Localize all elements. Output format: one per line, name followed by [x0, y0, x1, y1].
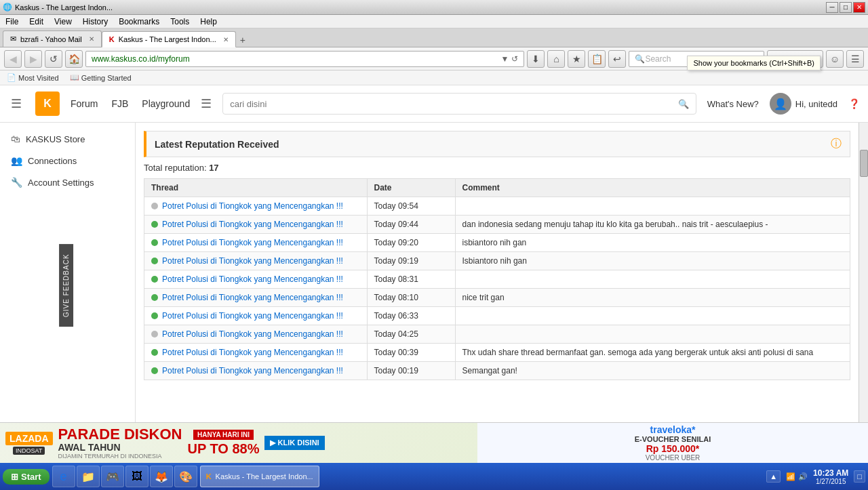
tab-kaskus[interactable]: K Kaskus - The Largest Indon... ✕ [102, 31, 236, 47]
lazada-logo[interactable]: LAZADA [5, 432, 53, 445]
menu-history[interactable]: History [80, 16, 111, 27]
taskbar-clock-area[interactable]: 10:23 AM 1/27/2015 [813, 468, 848, 485]
nav-link-playground[interactable]: Playground [142, 96, 190, 112]
nav-more-button[interactable]: ☰ [201, 96, 212, 111]
connections-icon: 👥 [11, 155, 22, 166]
taskbar-ie-icon[interactable]: e [52, 466, 75, 487]
tab-label-kaskus: Kaskus - The Largest Indon... [119, 35, 216, 43]
menu-button[interactable]: ☰ [846, 50, 864, 68]
new-tab-button[interactable]: + [236, 33, 250, 47]
sidebar-item-account-settings[interactable]: 🔧 Account Settings [0, 171, 135, 193]
taskbar-apps: e 📁 🎮 🖼 🦊 🎨 [52, 466, 197, 487]
thread-link[interactable]: Potret Polusi di Tiongkok yang Mencengan… [162, 366, 343, 375]
kaskus-logo[interactable]: K [35, 91, 60, 116]
taskbar-notifications[interactable]: ▲ [766, 470, 781, 483]
home-button[interactable]: 🏠 [65, 50, 83, 68]
nav-link-fjb[interactable]: FJB [111, 96, 128, 112]
cell-thread: Potret Polusi di Tiongkok yang Mencengan… [144, 252, 368, 270]
rep-dot [151, 331, 158, 338]
thread-link[interactable]: Potret Polusi di Tiongkok yang Mencengan… [162, 348, 343, 357]
ad-klik-button[interactable]: ▶ KLIK DISINI [264, 436, 324, 450]
bookmark-label-2: Getting Started [81, 74, 132, 82]
reload-button[interactable]: ↺ [45, 50, 62, 68]
minimize-button[interactable]: ─ [826, 2, 838, 13]
section-title: Latest Reputation Received [155, 139, 279, 150]
section-info-icon[interactable]: ⓘ [831, 137, 842, 151]
thread-link[interactable]: Potret Polusi di Tiongkok yang Mencengan… [162, 201, 343, 211]
maximize-button[interactable]: □ [840, 2, 852, 13]
tab-favicon-yahoo: ✉ [10, 35, 16, 43]
table-row: Potret Polusi di Tiongkok yang Mencengan… [144, 307, 850, 325]
hamburger-button[interactable]: ☰ [8, 94, 24, 114]
cell-comment [455, 325, 850, 344]
nav-link-forum[interactable]: Forum [71, 96, 98, 112]
user-profile[interactable]: 👤 Hi, unitedd [770, 93, 837, 115]
traveloka-logo[interactable]: traveloka* [650, 424, 696, 435]
thread-link[interactable]: Potret Polusi di Tiongkok yang Mencengan… [162, 274, 343, 284]
rep-dot [151, 294, 158, 301]
thread-link[interactable]: Potret Polusi di Tiongkok yang Mencengan… [162, 238, 343, 247]
whats-new-link[interactable]: What's New? [707, 99, 759, 109]
start-button[interactable]: ⊞ Start [3, 469, 50, 485]
start-label: Start [21, 472, 41, 482]
forward-button[interactable]: ▶ [24, 50, 42, 68]
taskbar-folder-icon[interactable]: 📁 [77, 466, 100, 487]
back-button[interactable]: ◀ [4, 50, 22, 68]
address-bar[interactable]: www.kaskus.co.id/myforum ▼ ↺ [85, 51, 524, 67]
tab-close-yahoo[interactable]: ✕ [89, 35, 94, 43]
feedback-tab[interactable]: GIVE FEEDBACK [59, 245, 73, 327]
scrollbar-thumb[interactable] [860, 150, 868, 177]
menu-view[interactable]: View [52, 16, 75, 27]
thread-link[interactable]: Potret Polusi di Tiongkok yang Mencengan… [162, 293, 343, 302]
scrollbar-track[interactable] [859, 123, 868, 422]
ad-headline: PARADE DISKON [58, 427, 182, 442]
menu-edit[interactable]: Edit [26, 16, 46, 27]
kaskus-search-input[interactable] [230, 99, 673, 109]
menu-bookmarks[interactable]: Bookmarks [116, 16, 162, 27]
menu-tools[interactable]: Tools [167, 16, 192, 27]
back-arrow[interactable]: ↩ [608, 50, 626, 68]
kaskus-search-icon[interactable]: 🔍 [678, 99, 689, 109]
cell-comment [455, 197, 850, 216]
bookmark-getting-started[interactable]: 📖 Getting Started [67, 73, 134, 83]
help-button[interactable]: ❓ [848, 98, 860, 109]
thread-link[interactable]: Potret Polusi di Tiongkok yang Mencengan… [162, 329, 343, 339]
tab-close-kaskus[interactable]: ✕ [223, 36, 229, 43]
menu-file[interactable]: File [3, 16, 21, 27]
kaskus-logo-text: K [43, 98, 52, 110]
table-row: Potret Polusi di Tiongkok yang Mencengan… [144, 270, 850, 289]
cell-thread: Potret Polusi di Tiongkok yang Mencengan… [144, 362, 368, 380]
cell-comment [455, 307, 850, 325]
taskbar-app3[interactable]: 🎮 [101, 466, 124, 487]
thread-link[interactable]: Potret Polusi di Tiongkok yang Mencengan… [162, 311, 343, 321]
kaskus-search-bar[interactable]: 🔍 [222, 93, 696, 115]
dropdown-icon[interactable]: ▼ [501, 54, 509, 64]
taskbar-active-window[interactable]: K Kaskus - The Largest Indon... [200, 466, 319, 487]
downloads-button[interactable]: ⬇ [527, 50, 545, 68]
bookmark-icon-2: 📖 [70, 73, 79, 82]
taskbar-app4[interactable]: 🖼 [125, 466, 149, 487]
close-button[interactable]: ✕ [853, 2, 865, 13]
table-row: Potret Polusi di Tiongkok yang Mencengan… [144, 344, 850, 362]
refresh-icon[interactable]: ↺ [511, 54, 518, 64]
sidebar-item-connections[interactable]: 👥 Connections [0, 150, 135, 171]
bookmarks-bar: 📄 Most Visited 📖 Getting Started Show yo… [0, 70, 868, 85]
bookmark-star[interactable]: ★ [568, 50, 585, 68]
menu-help[interactable]: Help [197, 16, 220, 27]
taskbar-show-desktop[interactable]: □ [854, 470, 865, 483]
table-row: Potret Polusi di Tiongkok yang Mencengan… [144, 362, 850, 380]
thread-link[interactable]: Potret Polusi di Tiongkok yang Mencengan… [162, 220, 343, 229]
browser-icon: 🌐 [3, 3, 12, 12]
sidebar-item-store[interactable]: 🛍 KASKUS Store [0, 128, 135, 150]
bookmark-most-visited[interactable]: 📄 Most Visited [4, 73, 62, 83]
thread-link[interactable]: Potret Polusi di Tiongkok yang Mencengan… [162, 256, 343, 266]
tab-yahoo[interactable]: ✉ bzrafi - Yahoo Mail ✕ [3, 30, 102, 47]
account-settings-icon: 🔧 [11, 177, 22, 188]
taskbar-app5[interactable]: 🦊 [150, 466, 173, 487]
title-bar-controls[interactable]: ─ □ ✕ [826, 2, 865, 13]
home-nav-button[interactable]: ⌂ [547, 50, 565, 68]
smiley-button[interactable]: ☺ [826, 50, 844, 68]
ad-lazada: LAZADA INDOSAT PARADE DISKON AWAL TAHUN … [0, 423, 477, 463]
taskbar-app6[interactable]: 🎨 [174, 466, 197, 487]
bookmark-list[interactable]: 📋 [588, 50, 606, 68]
